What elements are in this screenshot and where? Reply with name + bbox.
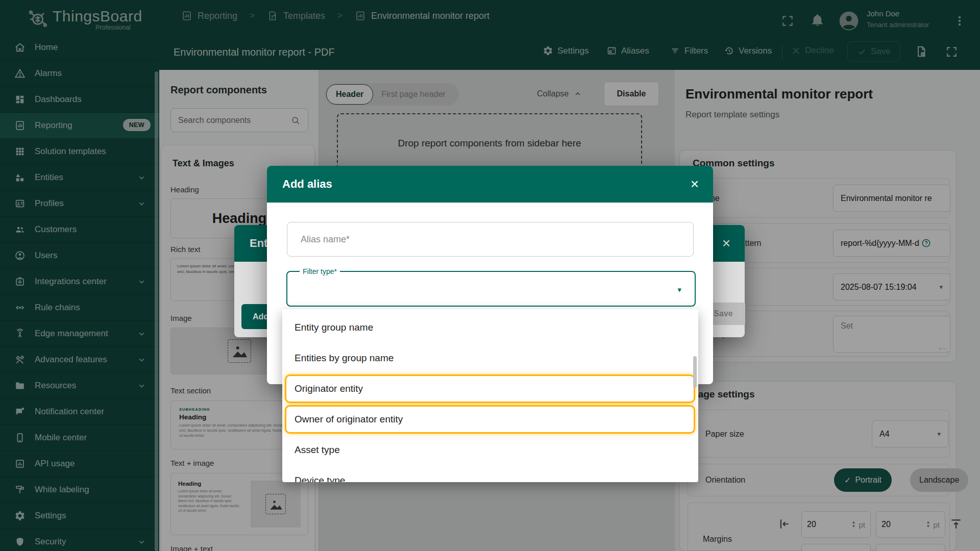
filter-type-options: Entity group name Entities by group name… <box>282 309 698 482</box>
add-alias-header: Add alias × <box>267 166 713 203</box>
option-asset-type[interactable]: Asset type <box>282 435 698 465</box>
dropdown-caret-icon: ▾ <box>677 285 681 294</box>
add-alias-title: Add alias <box>282 178 332 191</box>
option-entity-group-name[interactable]: Entity group name <box>282 312 698 343</box>
option-originator-entity[interactable]: Originator entity <box>282 373 698 404</box>
option-device-type[interactable]: Device type <box>282 465 698 482</box>
filter-type-label: Filter type* <box>300 267 340 276</box>
dropdown-scrollbar[interactable] <box>693 356 697 388</box>
alias-name-input[interactable] <box>287 222 694 257</box>
option-entities-by-group-name[interactable]: Entities by group name <box>282 343 698 373</box>
filter-type-select[interactable]: Filter type* ▾ <box>286 271 696 307</box>
close-icon[interactable]: × <box>691 177 699 191</box>
option-owner-of-originator-entity[interactable]: Owner of originator entity <box>282 404 698 435</box>
app: ThingsBoard Professional Reporting > Tem… <box>0 0 980 551</box>
